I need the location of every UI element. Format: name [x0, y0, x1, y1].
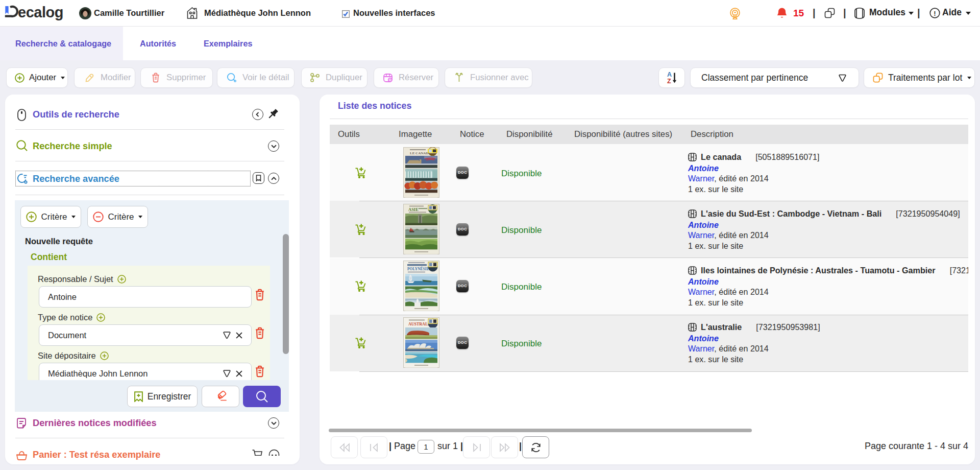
svg-text:!: !: [934, 10, 936, 17]
svg-text:A: A: [667, 71, 672, 78]
svg-text:Z: Z: [667, 78, 671, 84]
svg-text:ecalog: ecalog: [18, 5, 63, 20]
